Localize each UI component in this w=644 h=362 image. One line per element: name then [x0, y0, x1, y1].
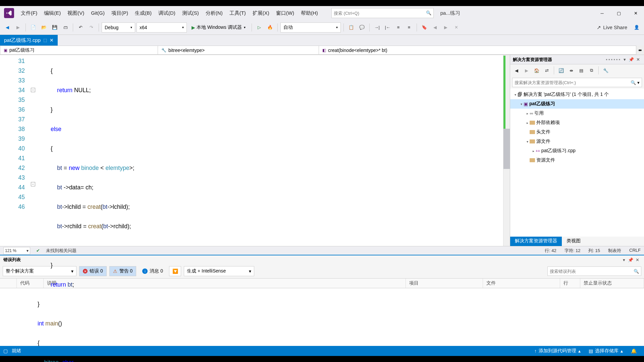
maximize-button[interactable]: ▢ — [610, 6, 627, 20]
outdent-button[interactable]: |← — [383, 23, 392, 32]
panel-pin-button[interactable]: 📌 — [627, 257, 634, 262]
output-icon[interactable]: ▢ — [3, 348, 8, 354]
folder-icon — [530, 130, 535, 134]
bookmark-button[interactable]: 🔖 — [420, 23, 429, 32]
git-add-button[interactable]: ↑添加到源代码管理 ▴ — [530, 348, 585, 354]
auto-dropdown[interactable]: 自动▾ — [280, 22, 341, 33]
tree-external-deps[interactable]: ▸ 外部依赖项 — [510, 118, 644, 127]
panel-close-button[interactable]: ✕ — [635, 57, 641, 62]
menu-view[interactable]: 视图(V) — [64, 7, 88, 20]
fold-toggle[interactable]: − — [31, 88, 35, 92]
col-line[interactable]: 行 — [560, 279, 580, 288]
se-properties-button[interactable]: 🔧 — [601, 66, 610, 75]
menu-analyze[interactable]: 分析(N) — [202, 7, 226, 20]
uncomment-button[interactable]: ≡ — [405, 23, 414, 32]
se-search-input[interactable] — [515, 80, 631, 85]
new-project-button[interactable]: 📄 — [29, 23, 38, 32]
menu-window[interactable]: 窗口(W) — [273, 7, 298, 20]
col-suppress[interactable]: 禁止显示状态 — [580, 279, 644, 288]
col-icon[interactable] — [0, 279, 17, 288]
menu-build[interactable]: 生成(B) — [131, 7, 155, 20]
clear-bookmark-button[interactable]: ✕ — [452, 23, 461, 32]
error-search-input[interactable] — [550, 269, 634, 274]
menu-git[interactable]: Git(G) — [88, 7, 108, 20]
repo-select-button[interactable]: ▤选择存储库 ▴ — [585, 348, 627, 354]
undo-button[interactable]: ↶ — [76, 23, 85, 32]
prev-bookmark-button[interactable]: ◀ — [430, 23, 440, 32]
menu-test[interactable]: 测试(S) — [179, 7, 202, 20]
dropdown-icon[interactable]: ▾ — [637, 80, 640, 85]
menu-project[interactable]: 项目(P) — [108, 7, 131, 20]
liveshare-button[interactable]: ↗Live Share — [593, 24, 631, 31]
se-collapse-button[interactable]: ⇼ — [567, 66, 576, 75]
run-button[interactable]: ▶本地 Windows 调试器▾ — [188, 22, 249, 33]
comment-button[interactable]: 💬 — [357, 23, 367, 32]
close-button[interactable]: ✕ — [627, 6, 644, 20]
tree-headers[interactable]: 头文件 — [510, 127, 644, 137]
tree-resources[interactable]: 资源文件 — [510, 156, 644, 165]
config-dropdown[interactable]: Debug▾ — [102, 22, 135, 33]
platform-dropdown[interactable]: x64▾ — [137, 22, 187, 33]
code-editor[interactable]: 313233 343536 373839 404142 434445 46 − … — [0, 55, 510, 246]
nav-forward-button[interactable]: ▶ — [13, 23, 23, 32]
vertical-scrollbar[interactable] — [503, 55, 510, 246]
panel-dropdown-button[interactable]: ▾ — [621, 257, 627, 262]
se-showall-button[interactable]: ▤ — [577, 66, 586, 75]
menu-help[interactable]: 帮助(H) — [298, 7, 321, 20]
tree-source-file[interactable]: ▸ ++ pat乙级练习.cpp — [510, 146, 644, 156]
document-tabs: pat乙级练习.cpp ⬚ ✕ — [0, 35, 644, 46]
global-search[interactable]: 🔍 — [331, 8, 434, 18]
menu-debug[interactable]: 调试(D) — [155, 7, 179, 20]
error-search[interactable]: 🔍 — [547, 266, 641, 276]
tab-close-button[interactable]: ✕ — [50, 38, 54, 43]
search-icon: 🔍 — [426, 10, 431, 16]
next-bookmark-button[interactable]: ▶ — [441, 23, 450, 32]
panel-pin-button[interactable]: 📌 — [628, 57, 635, 62]
panel-dropdown-button[interactable]: ▾ — [621, 57, 628, 62]
notifications-button[interactable]: 🔔 — [627, 348, 641, 354]
indent-button[interactable]: →| — [372, 23, 382, 32]
function-dropdown[interactable]: ◧ creat(binode<elemtype>* bt) — [319, 46, 636, 55]
panel-close-button[interactable]: ✕ — [634, 257, 641, 262]
tab-class-view[interactable]: 类视图 — [562, 237, 585, 246]
split-button[interactable]: ⬌ — [636, 46, 644, 55]
menu-edit[interactable]: 编辑(E) — [41, 7, 64, 20]
code-content[interactable]: { return NULL; } else { bt = new binode … — [38, 55, 503, 246]
se-preview-button[interactable]: ⧉ — [587, 66, 596, 75]
project-dropdown[interactable]: ▣ pat乙级练习 — [0, 46, 158, 55]
se-home-button[interactable]: 🏠 — [532, 66, 541, 75]
se-sync-button[interactable]: ⇄ — [542, 66, 551, 75]
menu-file[interactable]: 文件(F) — [17, 7, 41, 20]
toolbox-button[interactable]: 📋 — [346, 23, 356, 32]
format-button[interactable]: ≡ — [394, 23, 403, 32]
tab-file[interactable]: pat乙级练习.cpp ⬚ ✕ — [0, 35, 58, 46]
class-dropdown[interactable]: 🔧 bitree<elemtype> — [158, 46, 319, 55]
hot-reload-button[interactable]: 🔥 — [265, 23, 275, 32]
account-button[interactable]: 👤 — [632, 23, 641, 32]
panel-title: 解决方案资源管理器 — [513, 57, 606, 63]
save-button[interactable]: 💾 — [50, 23, 59, 32]
se-search[interactable]: 🔍 ▾ — [512, 78, 642, 87]
se-forward-button[interactable]: ▶ — [522, 66, 531, 75]
tree-source[interactable]: ▾ 源文件 — [510, 137, 644, 146]
toolbar: ◀ ▶ 📄 📂 💾 🗃 ↶ ↷ Debug▾ x64▾ ▶本地 Windows … — [0, 20, 644, 35]
tree-solution-root[interactable]: ▾ 🗐 解决方案 'pat乙级练习' (1 个项目, 共 1 个 — [510, 90, 644, 99]
fold-toggle[interactable]: − — [31, 182, 35, 186]
se-back-button[interactable]: ◀ — [512, 66, 521, 75]
start-no-debug-button[interactable]: ▷ — [255, 23, 264, 32]
tab-solution-explorer[interactable]: 解决方案资源管理器 — [510, 237, 562, 246]
menu-extensions[interactable]: 扩展(X) — [249, 7, 273, 20]
zoom-dropdown[interactable]: 121 %▾ — [3, 247, 30, 254]
tree-project[interactable]: ▾ ▣ pat乙级练习 — [510, 99, 644, 109]
se-refresh-button[interactable]: 🔄 — [557, 66, 566, 75]
search-input[interactable] — [334, 11, 426, 16]
minimize-button[interactable]: ─ — [594, 6, 610, 20]
vs-logo — [4, 8, 14, 18]
menu-tools[interactable]: 工具(T) — [226, 7, 249, 20]
pin-icon[interactable]: ⬚ — [43, 38, 47, 43]
open-button[interactable]: 📂 — [39, 23, 49, 32]
redo-button[interactable]: ↷ — [87, 23, 96, 32]
nav-back-button[interactable]: ◀ — [3, 23, 12, 32]
save-all-button[interactable]: 🗃 — [61, 23, 70, 32]
tree-references[interactable]: ▸ ▫▫ 引用 — [510, 109, 644, 118]
